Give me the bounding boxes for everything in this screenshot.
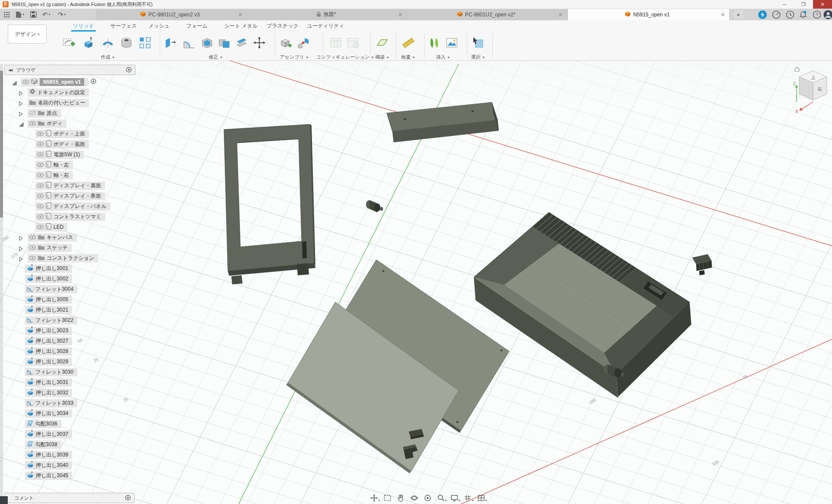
tree-row[interactable]: 押し出し3037 — [0, 429, 72, 439]
3d-viewport[interactable]: 25017550252525507510075100 — [0, 0, 832, 504]
app-menu-icon[interactable] — [3, 10, 10, 19]
undo-icon[interactable]: ↶▾ — [42, 10, 50, 19]
file-icon[interactable]: ▾ — [16, 10, 24, 19]
tree-row[interactable]: 名前の付いたビュー — [0, 98, 89, 108]
tree-row[interactable]: LED — [0, 222, 67, 232]
expand-arrow-icon[interactable] — [19, 90, 23, 98]
ribbon-group-label[interactable]: 構築 ▼ — [375, 54, 390, 60]
ribbon-tab[interactable]: プラスチック — [265, 22, 300, 30]
visibility-eye-icon[interactable] — [22, 78, 29, 86]
ribbon-group-label[interactable]: コンフィギュレーション ▼ — [316, 54, 375, 60]
move-copy-icon[interactable] — [251, 34, 268, 51]
extrude-icon[interactable] — [80, 34, 97, 51]
tree-row[interactable]: 押し出し3028 — [0, 346, 72, 356]
close-button[interactable]: ✕ — [813, 0, 832, 9]
tree-row[interactable]: 原点 — [0, 108, 61, 118]
document-tab[interactable]: PC-9801U2_open v2*✕ — [408, 9, 567, 20]
visibility-eye-icon[interactable] — [37, 151, 44, 158]
document-tab[interactable]: N5915_open v1✕ — [568, 9, 730, 20]
expand-arrow-icon[interactable] — [19, 110, 23, 118]
shell-icon[interactable] — [199, 34, 216, 51]
comment-bar[interactable]: コメント — [4, 493, 135, 503]
tree-row[interactable]: ボディ・上面 — [0, 129, 89, 139]
measure-icon[interactable] — [400, 34, 417, 51]
close-tab-icon[interactable]: ✕ — [558, 12, 563, 18]
tree-row[interactable]: 押し出し3027 — [0, 336, 72, 346]
visibility-eye-icon[interactable] — [37, 223, 44, 231]
press-pull-icon[interactable] — [162, 34, 179, 51]
browser-panel-header[interactable]: ◀◀ ブラウザ — [4, 65, 136, 75]
expand-arrow-icon[interactable] — [19, 245, 23, 253]
ribbon-tab[interactable]: ソリッド — [71, 22, 96, 32]
tree-row[interactable]: フィレット3004 — [0, 284, 77, 294]
ribbon-tab[interactable]: フォーム — [185, 22, 209, 30]
visibility-eye-icon[interactable] — [29, 233, 36, 241]
tree-row[interactable]: フィレット3030 — [0, 367, 77, 377]
insert-canvas-icon[interactable] — [443, 34, 460, 51]
ribbon-tab[interactable]: サーフェス — [109, 22, 139, 30]
tree-row[interactable]: コントラストツマミ — [0, 211, 105, 222]
tree-row[interactable]: 軸・左 — [0, 160, 73, 170]
tree-row[interactable]: フィレット3033 — [0, 398, 77, 408]
browser-scrollbar[interactable] — [0, 64, 3, 501]
look-at-icon[interactable] — [422, 493, 433, 503]
redo-icon[interactable]: ↷▾ — [58, 10, 66, 19]
offset-face-icon[interactable] — [233, 34, 250, 51]
tree-row[interactable]: 押し出し3045 — [0, 470, 72, 481]
tree-row[interactable]: コンストラクション — [0, 253, 98, 263]
fillet-icon[interactable] — [180, 34, 198, 51]
new-component-icon[interactable] — [277, 34, 294, 51]
ribbon-tab[interactable]: シート メタル — [223, 22, 259, 30]
tree-row[interactable]: ディスプレイ・表面 — [0, 191, 105, 201]
combine-icon[interactable] — [216, 34, 233, 51]
document-tab[interactable]: PC-9801U2_open2 v3✕ — [96, 9, 247, 20]
tree-row[interactable]: 電源SW (1) — [0, 149, 84, 160]
tree-row[interactable]: 押し出し3029 — [0, 356, 72, 367]
save-icon[interactable] — [30, 10, 37, 19]
hole-icon[interactable] — [118, 34, 135, 51]
tree-row[interactable]: 軸・右 — [0, 170, 73, 180]
configuration-table-icon[interactable] — [327, 34, 344, 51]
ribbon-group-label[interactable]: 選択 ▼ — [471, 54, 485, 60]
maximize-button[interactable]: ❐ — [794, 0, 813, 9]
tree-row[interactable]: キャンバス — [0, 232, 77, 243]
tree-row[interactable]: 押し出し3002 — [0, 274, 72, 284]
visibility-eye-icon[interactable] — [37, 171, 44, 179]
new-tab-button[interactable]: + — [734, 10, 743, 19]
zoom-icon[interactable]: ▾ — [436, 493, 446, 503]
profile-avatar[interactable] — [823, 10, 832, 19]
tree-row[interactable]: 押し出し3023 — [0, 325, 72, 336]
ribbon-group-label[interactable]: 作成 ▼ — [101, 54, 115, 60]
construct-plane-icon[interactable] — [374, 34, 391, 51]
panel-toggle-icon[interactable] — [126, 67, 132, 73]
display-settings-icon[interactable]: ▾ — [449, 493, 460, 503]
visibility-eye-icon[interactable] — [37, 140, 44, 148]
ribbon-group-label[interactable]: アセンブリ ▼ — [280, 54, 309, 60]
insert-mesh-icon[interactable] — [426, 34, 443, 51]
pan-icon[interactable]: ▾ — [369, 493, 379, 503]
tree-row[interactable]: ドキュメントの設定 — [0, 87, 89, 98]
ribbon-tab[interactable]: ユーティリティ — [306, 22, 346, 30]
tree-row[interactable]: 勾配3038 — [0, 439, 61, 450]
tree-row[interactable]: スケッチ — [0, 243, 72, 253]
ribbon-tab[interactable]: メッシュ — [147, 22, 171, 30]
create-sketch-icon[interactable] — [60, 34, 78, 51]
tree-row[interactable]: 押し出し3021 — [0, 305, 72, 315]
close-tab-icon[interactable]: ✕ — [238, 12, 243, 18]
visibility-eye-off-icon[interactable] — [29, 109, 36, 117]
expand-arrow-icon[interactable] — [19, 235, 23, 243]
orbit-icon[interactable] — [409, 493, 419, 503]
tree-row[interactable]: ディスプレイ・裏面 — [0, 180, 105, 191]
history-clock-icon[interactable] — [785, 10, 795, 19]
document-tab[interactable]: 無題*✕ — [248, 9, 407, 20]
tree-row-root[interactable]: N5915_open v1 — [0, 77, 96, 87]
tree-row[interactable]: 押し出し3034 — [0, 408, 72, 419]
visibility-eye-icon[interactable] — [37, 213, 44, 220]
hand-icon[interactable] — [396, 493, 406, 503]
visibility-eye-icon[interactable] — [29, 120, 36, 127]
tree-row[interactable]: 押し出し3040 — [0, 460, 72, 470]
tree-row[interactable]: 押し出し3031 — [0, 377, 72, 387]
close-tab-icon[interactable]: ✕ — [398, 12, 403, 18]
expand-arrow-icon[interactable] — [19, 100, 23, 108]
tree-row[interactable]: フィレット3022 — [0, 315, 77, 325]
